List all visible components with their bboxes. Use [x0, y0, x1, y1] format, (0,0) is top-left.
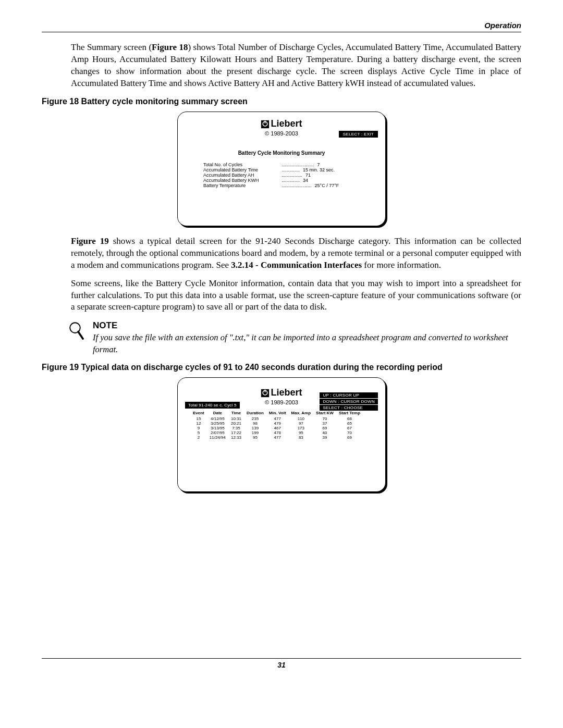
liebert-logo: Liebert: [261, 387, 302, 398]
screen18: Liebert © 1989-2003 SELECT : EXIT Batter…: [177, 112, 386, 226]
summary-dots: ................: [282, 172, 302, 178]
table-cell: 12: [190, 421, 207, 426]
table-cell: 83: [289, 435, 314, 440]
table-cell: 95: [244, 435, 266, 440]
screen18-inner: Liebert © 1989-2003 SELECT : EXIT Batter…: [178, 118, 385, 188]
figure19-wrapper: Total 91-240 se c. Cycl 5 Liebert © 1989…: [42, 377, 521, 492]
screen19-menu-down[interactable]: DOWN : CURSOR DOWN: [320, 399, 378, 404]
top-rule: [42, 32, 521, 32]
figure18-caption: Figure 18 Battery cycle monitoring summa…: [42, 97, 521, 106]
p2-figref19: Figure 19: [71, 236, 109, 246]
page: Operation The Summary screen (Figure 18)…: [0, 0, 563, 683]
summary-value: 71: [302, 172, 311, 178]
summary-dots: ..............: [282, 167, 300, 172]
summary-dots: .........................: [282, 162, 314, 167]
table-cell: 2: [190, 435, 207, 440]
liebert-logo: Liebert: [261, 118, 302, 129]
table-cell: 3/13/95: [207, 426, 228, 430]
table-cell: 12:33: [228, 435, 244, 440]
screen19-menu-select[interactable]: SELECT : CHOOSE: [320, 405, 378, 411]
table-cell: 479: [266, 421, 289, 426]
table-cell: 95: [289, 430, 314, 435]
summary-row: Accumulated Battery KWH..............34: [203, 178, 360, 183]
summary-dots: .......................: [282, 183, 312, 188]
section-heading: Operation: [42, 21, 521, 30]
svg-rect-7: [265, 390, 266, 392]
paragraph-2: Figure 19 shows a typical detail screen …: [71, 236, 521, 272]
screen18-title: Battery Cycle Monitoring Summary: [185, 150, 378, 156]
table-cell: 477: [266, 435, 289, 440]
table-header: Date: [207, 411, 228, 416]
figure18-wrapper: Liebert © 1989-2003 SELECT : EXIT Batter…: [42, 112, 521, 226]
table-cell: 199: [244, 430, 266, 435]
summary-row: Battery Temperature.....................…: [203, 183, 360, 188]
table-header: Event: [190, 411, 207, 416]
p2-d: for more information.: [362, 260, 441, 270]
magnifier-icon: [69, 322, 84, 343]
table-cell: 9: [190, 426, 207, 430]
summary-label: Accumulated Battery Time: [203, 167, 282, 172]
table-cell: 10:31: [228, 416, 244, 421]
summary-dots: ..............: [282, 178, 300, 183]
table-cell: 39: [313, 435, 336, 440]
table-cell: 17:22: [228, 430, 244, 435]
screen19-brand: Liebert: [271, 387, 302, 398]
summary-row: Accumulated Battery AH................71: [203, 172, 360, 178]
table-cell: 5: [190, 430, 207, 435]
svg-rect-2: [265, 120, 266, 123]
note-block: NOTE If you save the file with an extens…: [69, 320, 521, 355]
table-header: Min. Volt: [266, 411, 289, 416]
screen19-menu-up[interactable]: UP : CURSOR UP: [320, 392, 378, 398]
table-cell: 97: [289, 421, 314, 426]
summary-row: Total No. of Cycles.....................…: [203, 162, 360, 167]
table-cell: 173: [289, 426, 314, 430]
table-cell: 3/25/95: [207, 421, 228, 426]
table-cell: 98: [244, 421, 266, 426]
summary-value: 34: [300, 178, 308, 183]
screen18-menu-select-exit[interactable]: SELECT : EXIT: [343, 132, 374, 137]
table-cell: 65: [336, 421, 363, 426]
screen19: Total 91-240 se c. Cycl 5 Liebert © 1989…: [177, 377, 386, 492]
table-cell: 4/12/95: [207, 416, 228, 421]
p2-secref: 3.2.14 - Communication Interfaces: [231, 260, 362, 270]
summary-value: 7: [314, 162, 320, 167]
p1-a: The Summary screen (: [71, 42, 152, 52]
table-cell: 15: [190, 416, 207, 421]
summary-value: 25°C / 77°F: [312, 183, 339, 188]
table-header: Start KW: [313, 411, 336, 416]
table-row: 154/12/9510:312354771107068: [190, 416, 363, 421]
footer: 31: [42, 658, 521, 669]
table-cell: 477: [266, 416, 289, 421]
liebert-logo-icon: [261, 389, 270, 398]
table-row: 52/07/9517:22199478954070: [190, 430, 363, 435]
table-cell: 478: [266, 430, 289, 435]
screen19-inner: Total 91-240 se c. Cycl 5 Liebert © 1989…: [178, 387, 385, 440]
summary-label: Battery Temperature: [203, 183, 282, 188]
page-number: 31: [42, 661, 521, 669]
screen18-brand: Liebert: [271, 118, 302, 129]
table-cell: 67: [336, 426, 363, 430]
table-cell: 40: [313, 430, 336, 435]
paragraph-3: Some screens, like the Battery Cycle Mon…: [71, 278, 521, 314]
summary-row: Accumulated Battery Time..............15…: [203, 167, 360, 172]
screen18-menu[interactable]: SELECT : EXIT: [339, 131, 378, 138]
screen19-menu[interactable]: UP : CURSOR UP DOWN : CURSOR DOWN SELECT…: [320, 392, 378, 411]
table-cell: 69: [313, 426, 336, 430]
summary-label: Accumulated Battery AH: [203, 172, 282, 178]
summary-value: 15 min. 32 sec.: [300, 167, 335, 172]
table-cell: 139: [244, 426, 266, 430]
bottom-rule: [42, 658, 521, 659]
table-cell: 11/24/94: [207, 435, 228, 440]
table-header: Max. Amp: [289, 411, 314, 416]
figure19-caption: Figure 19 Typical data on discharge cycl…: [42, 363, 521, 372]
screen19-data-table: EventDateTimeDurationMin. VoltMax. AmpSt…: [190, 411, 363, 440]
table-cell: 37: [313, 421, 336, 426]
summary-label: Accumulated Battery KWH: [203, 178, 282, 183]
table-header: Time: [228, 411, 244, 416]
table-cell: 110: [289, 416, 314, 421]
table-cell: 70: [313, 416, 336, 421]
table-cell: 68: [336, 416, 363, 421]
table-cell: 20:21: [228, 421, 244, 426]
liebert-logo-icon: [261, 120, 270, 129]
note-title: NOTE: [93, 320, 521, 331]
